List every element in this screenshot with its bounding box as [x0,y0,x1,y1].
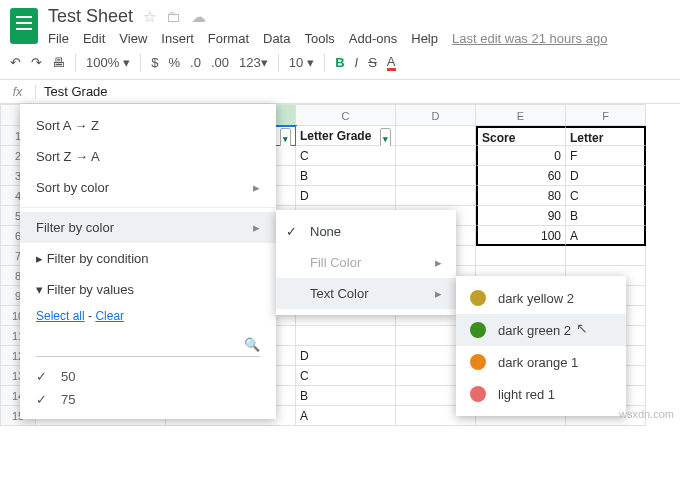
format-increase-decimal[interactable]: .00 [211,55,229,70]
toolbar: ↶ ↷ 🖶 100% ▾ $ % .0 .00 123▾ 10 ▾ B I S … [0,46,680,80]
doc-title[interactable]: Test Sheet [48,6,133,27]
sheets-logo [10,8,38,44]
cell[interactable]: Letter Grade [296,126,396,146]
print-icon[interactable]: 🖶 [52,55,65,70]
cell[interactable]: 60 [476,166,566,186]
color-swatch [470,322,486,338]
col-D[interactable]: D [396,104,476,126]
submenu-fill-color[interactable]: Fill Color [276,247,456,278]
clear-link[interactable]: Clear [95,309,124,323]
col-F[interactable]: F [566,104,646,126]
filter-value-row[interactable]: ✓75 [36,388,260,411]
color-swatch [470,354,486,370]
color-option[interactable]: light red 1 [456,378,626,410]
filter-by-condition[interactable]: ▸ Filter by condition [20,243,276,274]
cell[interactable]: 100 [476,226,566,246]
menu-data[interactable]: Data [263,31,290,46]
color-swatch [470,386,486,402]
color-swatch [470,290,486,306]
cell[interactable]: D [296,186,396,206]
italic-button[interactable]: I [355,55,359,70]
sort-az[interactable]: Sort A → Z [20,110,276,141]
cell[interactable]: B [566,206,646,226]
menu-help[interactable]: Help [411,31,438,46]
menu-tools[interactable]: Tools [304,31,334,46]
filter-value-row[interactable]: ✓50 [36,365,260,388]
search-icon: 🔍 [244,337,260,352]
cell[interactable]: C [296,146,396,166]
cell[interactable]: A [296,406,396,426]
text-color-button[interactable]: A [387,54,396,71]
cell[interactable] [396,166,476,186]
format-percent[interactable]: % [168,55,180,70]
color-option[interactable]: dark yellow 2 [456,282,626,314]
menu-view[interactable]: View [119,31,147,46]
submenu-text-color[interactable]: Text Color [276,278,456,309]
star-icon[interactable]: ☆ [143,8,156,26]
menu-format[interactable]: Format [208,31,249,46]
fx-label: fx [0,85,36,99]
col-C[interactable]: C [296,104,396,126]
filter-by-values[interactable]: ▾ Filter by values [20,274,276,305]
format-decrease-decimal[interactable]: .0 [190,55,201,70]
sort-by-color[interactable]: Sort by color [20,172,276,203]
cell[interactable]: F [566,146,646,166]
move-icon[interactable]: 🗀 [166,8,181,25]
filter-color-submenu: None Fill Color Text Color [276,210,456,315]
cell[interactable] [476,246,566,266]
strike-button[interactable]: S [368,55,377,70]
sort-za[interactable]: Sort Z → A [20,141,276,172]
cell[interactable] [296,326,396,346]
cell[interactable]: C [566,186,646,206]
cell[interactable]: 80 [476,186,566,206]
submenu-none[interactable]: None [276,216,456,247]
filter-menu: Sort A → Z Sort Z → A Sort by color Filt… [20,104,276,419]
menu-edit[interactable]: Edit [83,31,105,46]
undo-icon[interactable]: ↶ [10,55,21,70]
format-currency[interactable]: $ [151,55,158,70]
menu-addons[interactable]: Add-ons [349,31,397,46]
cell[interactable]: Letter Grade [566,126,646,146]
cell[interactable] [396,186,476,206]
cell[interactable]: D [296,346,396,366]
cell[interactable]: C [296,366,396,386]
cell[interactable]: A [566,226,646,246]
col-E[interactable]: E [476,104,566,126]
select-all-link[interactable]: Select all [36,309,85,323]
menu-insert[interactable]: Insert [161,31,194,46]
zoom-select[interactable]: 100% ▾ [86,55,130,70]
bold-button[interactable]: B [335,55,344,70]
cloud-icon[interactable]: ☁ [191,8,206,26]
cell[interactable]: 0 [476,146,566,166]
cell[interactable]: B [296,386,396,406]
cell[interactable]: D [566,166,646,186]
cell[interactable]: Score [476,126,566,146]
filter-by-color[interactable]: Filter by color [20,212,276,243]
cell[interactable] [396,126,476,146]
text-color-list: dark yellow 2 dark green 2 dark orange 1… [456,276,626,416]
cell[interactable]: B [296,166,396,186]
redo-icon[interactable]: ↷ [31,55,42,70]
cell[interactable] [396,146,476,166]
color-option[interactable]: dark green 2 [456,314,626,346]
color-option[interactable]: dark orange 1 [456,346,626,378]
format-more[interactable]: 123▾ [239,55,268,70]
last-edit-link[interactable]: Last edit was 21 hours ago [452,31,607,46]
menubar: File Edit View Insert Format Data Tools … [48,31,607,46]
formula-bar[interactable]: Test Grade [36,84,108,99]
watermark: wsxdn.com [619,408,674,420]
font-size-select[interactable]: 10 ▾ [289,55,314,70]
menu-file[interactable]: File [48,31,69,46]
filter-search-input[interactable] [36,333,244,356]
cell[interactable] [566,246,646,266]
cell[interactable]: 90 [476,206,566,226]
